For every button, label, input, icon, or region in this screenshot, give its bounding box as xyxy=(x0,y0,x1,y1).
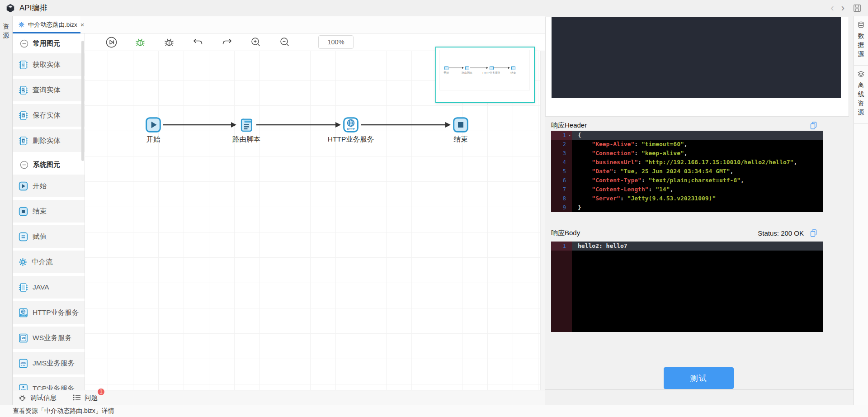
sidebar-item[interactable]: 查询实体 xyxy=(13,79,85,101)
sidebar-item[interactable]: 获取实体 xyxy=(13,53,85,76)
jms-service-icon: JMS xyxy=(18,358,28,369)
minimap-node xyxy=(490,66,494,70)
copy-icon[interactable] xyxy=(810,229,817,237)
right-strip-tab-离线资源[interactable]: 离线资源 xyxy=(854,66,868,124)
http-node-icon: HTTP xyxy=(342,116,360,134)
copy-icon[interactable] xyxy=(810,122,817,129)
line-number: 6 xyxy=(551,176,572,185)
code-text: "Content-Length": "14", xyxy=(572,185,823,194)
http-service-icon: HTTP xyxy=(18,308,28,318)
sidebar-item[interactable]: 删除实体 xyxy=(13,129,85,152)
flow-node-开始[interactable] xyxy=(144,116,162,134)
status-bar-text: 查看资源「中介动态路由.bizx」详情 xyxy=(13,407,114,415)
debug-output-editor[interactable] xyxy=(552,17,841,98)
svg-text:HTTP: HTTP xyxy=(21,314,26,316)
test-button[interactable]: 测试 xyxy=(664,367,734,389)
code-text: "Date": "Tue, 25 Jun 2024 03:34:54 GMT", xyxy=(572,167,823,176)
entity-delete-icon xyxy=(18,136,28,146)
line-number: 1 xyxy=(551,242,572,251)
flow-node-label: 开始 xyxy=(117,135,189,144)
redo-icon xyxy=(221,36,233,48)
code-line: 9} xyxy=(551,203,823,212)
tab-close-icon[interactable]: × xyxy=(80,22,85,28)
line-number: 9 xyxy=(551,203,572,212)
zoom-in-icon xyxy=(250,36,262,48)
code-line: 6 "Content-Type": "text/plain;charset=ut… xyxy=(551,176,823,185)
sidebar-item-label: 查询实体 xyxy=(33,85,61,95)
data-source-icon xyxy=(858,21,864,28)
sidebar-item[interactable]: HTTPHTTP业务服务 xyxy=(13,301,85,324)
sidebar-item[interactable]: 结束 xyxy=(13,200,85,223)
resources-tab[interactable]: 资源 xyxy=(3,22,10,40)
sidebar-item[interactable]: WWS业务服务 xyxy=(13,327,85,349)
document-tab-bar: 中介动态路由.bizx × xyxy=(13,16,545,33)
issues-button[interactable]: 问题 1 xyxy=(73,393,98,402)
collapse-icon xyxy=(20,161,28,169)
svg-text:JMS: JMS xyxy=(21,361,26,364)
document-tab[interactable]: 中介动态路由.bizx × xyxy=(13,16,80,33)
minimap-node xyxy=(511,66,515,70)
gear-icon xyxy=(18,21,25,28)
flow-node-结束[interactable] xyxy=(452,116,470,134)
zoom-out-button[interactable] xyxy=(278,36,291,48)
minimap-node-label: 结束 xyxy=(500,71,527,75)
right-panel-filler xyxy=(545,390,854,405)
debug-bar: 调试信息 问题 1 xyxy=(13,390,545,405)
issues-icon xyxy=(73,394,81,401)
sidebar-item-label: JMS业务服务 xyxy=(33,359,75,368)
response-header-editor[interactable]: 1▾{2 "Keep-Alive": "timeout=60",3 "Conne… xyxy=(551,131,823,212)
minimap[interactable]: 开始路由脚本HTTP业务服务结束 xyxy=(435,47,535,103)
sidebar-item[interactable]: TCPTCP业务服务 xyxy=(13,377,85,390)
nav-back-button[interactable]: ‹ xyxy=(827,4,837,13)
sidebar-section-header[interactable]: 常用图元 xyxy=(13,33,85,53)
sidebar-section-label: 系统图元 xyxy=(33,161,60,169)
debug-info-button[interactable]: 调试信息 xyxy=(18,393,57,402)
debug-button[interactable] xyxy=(163,36,175,48)
entity-save-icon xyxy=(18,110,28,121)
response-header-row: 响应Header xyxy=(551,121,817,130)
sidebar-item[interactable]: JAVA xyxy=(13,276,85,299)
code-line: 8 "Server": "Jetty(9.4.53.v20231009)" xyxy=(551,194,823,203)
fold-icon[interactable]: ▾ xyxy=(569,131,571,140)
sidebar-item-label: 保存实体 xyxy=(33,111,61,120)
sidebar-item[interactable]: 中介流 xyxy=(13,251,85,273)
document-tab-label: 中介动态路由.bizx xyxy=(28,21,77,29)
sidebar-item[interactable]: 保存实体 xyxy=(13,104,85,127)
java-icon xyxy=(18,282,28,293)
zoom-level-display: 100% xyxy=(318,35,354,49)
zoom-out-icon xyxy=(279,36,291,48)
undo-button[interactable] xyxy=(192,36,204,48)
sidebar-item[interactable]: 赋值 xyxy=(13,225,85,248)
palette-sidebar: 常用图元获取实体查询实体保存实体删除实体系统图元开始结束赋值中介流JAVAHTT… xyxy=(13,33,85,390)
collapse-icon xyxy=(20,39,28,48)
undo-icon xyxy=(192,36,204,48)
run-button[interactable] xyxy=(105,36,118,48)
sidebar-item[interactable]: 开始 xyxy=(13,175,85,197)
zoom-in-button[interactable] xyxy=(250,36,262,48)
save-button[interactable] xyxy=(853,4,862,13)
sidebar-item-label: JAVA xyxy=(33,283,49,291)
code-line: 5 "Date": "Tue, 25 Jun 2024 03:34:54 GMT… xyxy=(551,167,823,176)
app-logo-icon xyxy=(5,3,15,13)
sidebar-item-label: WS业务服务 xyxy=(33,333,72,343)
entity-get-icon xyxy=(18,60,28,70)
code-line: 2 "Keep-Alive": "timeout=60", xyxy=(551,140,823,149)
sidebar-scrollbar[interactable] xyxy=(81,41,84,161)
right-strip-tab-数据源[interactable]: 数据源 xyxy=(854,16,868,66)
flow-node-HTTP业务服务[interactable]: HTTP xyxy=(342,116,360,134)
sidebar-section-header[interactable]: 系统图元 xyxy=(13,155,85,175)
minimap-node xyxy=(465,66,469,70)
sidebar-item[interactable]: JMSJMS业务服务 xyxy=(13,352,85,374)
response-body-editor[interactable]: 1hello2: hello7 xyxy=(551,242,823,332)
sidebar-item-label: HTTP业务服务 xyxy=(33,308,79,317)
debug-run-button[interactable] xyxy=(134,36,146,48)
nav-forward-button[interactable]: › xyxy=(838,4,848,13)
line-number: 5 xyxy=(551,167,572,176)
redo-button[interactable] xyxy=(221,36,233,48)
main-column: 中介动态路由.bizx × 常用图元获取实体查询实体保存实体删除实体系统图元开始… xyxy=(13,16,545,405)
right-strip-tab-label: 数据源 xyxy=(858,31,865,58)
flow-node-路由脚本[interactable] xyxy=(237,116,255,134)
canvas-vertical-scrollbar[interactable] xyxy=(540,51,545,390)
flow-node-label: 结束 xyxy=(425,135,497,144)
svg-text:HTTP: HTTP xyxy=(347,128,355,131)
